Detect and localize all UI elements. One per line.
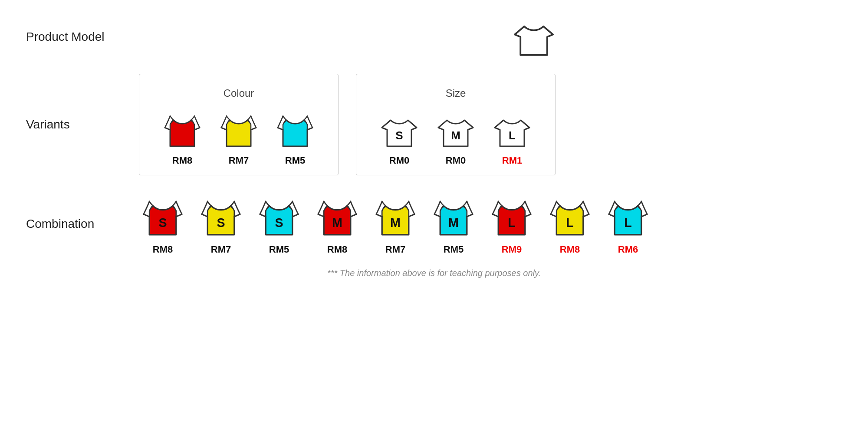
combo-price-6: RM9 (502, 244, 522, 255)
combination-label: Combination (26, 217, 139, 231)
size-box-title: Size (446, 87, 466, 99)
svg-text:S: S (395, 129, 403, 142)
combination-row: Combination SRM8SRM7SRM5MRM8MRM7MRM5LRM9… (26, 193, 842, 255)
combo-item-5: MRM5 (430, 193, 477, 255)
footer-note: *** The information above is for teachin… (26, 268, 842, 278)
svg-text:M: M (448, 216, 459, 230)
size-variant-box: Size S RM0 (356, 74, 556, 175)
page-container: Product Model Variants Colour (0, 0, 868, 434)
combo-tshirt-icon-2: S (255, 193, 303, 240)
variants-label: Variants (26, 118, 139, 132)
colour-cyan-price: RM5 (285, 155, 305, 166)
size-s-price: RM0 (389, 155, 409, 166)
colour-variant-box: Colour RM8 (139, 74, 339, 175)
combo-price-2: RM5 (269, 244, 289, 255)
svg-text:L: L (509, 129, 516, 142)
variants-boxes: Colour RM8 (139, 74, 842, 175)
combo-tshirt-icon-8: L (604, 193, 652, 240)
combo-tshirt-icon-6: L (488, 193, 536, 240)
product-model-row: Product Model (26, 13, 842, 61)
size-variant-items: S RM0 M RM0 (378, 108, 534, 166)
combo-item-1: SRM7 (197, 193, 245, 255)
combo-item-0: SRM8 (139, 193, 187, 255)
combo-tshirt-icon-1: S (197, 193, 245, 240)
variants-row: Variants Colour (26, 74, 842, 175)
svg-text:L: L (508, 216, 515, 230)
svg-text:M: M (390, 216, 401, 230)
combo-price-4: RM7 (385, 244, 405, 255)
colour-red-tshirt-icon (161, 108, 204, 151)
size-m-item: M RM0 (434, 108, 477, 166)
combo-tshirt-icon-3: M (313, 193, 361, 240)
combo-price-8: RM6 (618, 244, 638, 255)
svg-text:S: S (275, 216, 283, 230)
size-l-price: RM1 (502, 155, 522, 166)
combo-tshirt-icon-7: L (546, 193, 594, 240)
combo-price-0: RM8 (153, 244, 173, 255)
size-m-tshirt-icon: M (434, 108, 477, 151)
combo-tshirt-icon-4: M (372, 193, 419, 240)
svg-text:L: L (624, 216, 631, 230)
combination-items: SRM8SRM7SRM5MRM8MRM7MRM5LRM9LRM8LRM6 (139, 193, 842, 255)
combo-item-4: MRM7 (372, 193, 419, 255)
colour-cyan-tshirt-icon (273, 108, 317, 151)
svg-text:S: S (158, 216, 167, 230)
colour-yellow-item: RM7 (217, 108, 260, 166)
size-l-tshirt-icon: L (490, 108, 534, 151)
size-s-item: S RM0 (378, 108, 421, 166)
product-model-label: Product Model (26, 30, 139, 44)
product-model-tshirt-icon (510, 13, 558, 61)
combo-price-1: RM7 (211, 244, 231, 255)
combo-item-7: LRM8 (546, 193, 594, 255)
size-s-tshirt-icon: S (378, 108, 421, 151)
combo-tshirt-icon-5: M (430, 193, 477, 240)
svg-text:L: L (566, 216, 573, 230)
size-l-item: L RM1 (490, 108, 534, 166)
colour-yellow-tshirt-icon (217, 108, 260, 151)
combo-item-6: LRM9 (488, 193, 536, 255)
svg-text:M: M (451, 129, 460, 142)
combo-item-8: LRM6 (604, 193, 652, 255)
combo-price-5: RM5 (444, 244, 464, 255)
combo-item-3: MRM8 (313, 193, 361, 255)
combo-item-2: SRM5 (255, 193, 303, 255)
size-m-price: RM0 (446, 155, 466, 166)
svg-text:M: M (332, 216, 342, 230)
colour-red-item: RM8 (161, 108, 204, 166)
colour-box-title: Colour (224, 87, 254, 99)
combo-tshirt-icon-0: S (139, 193, 187, 240)
svg-text:S: S (217, 216, 225, 230)
combo-price-3: RM8 (327, 244, 347, 255)
colour-yellow-price: RM7 (229, 155, 249, 166)
colour-cyan-item: RM5 (273, 108, 317, 166)
product-model-icon-area (139, 13, 842, 61)
colour-red-price: RM8 (172, 155, 192, 166)
combo-price-7: RM8 (560, 244, 580, 255)
colour-variant-items: RM8 RM7 (161, 108, 317, 166)
